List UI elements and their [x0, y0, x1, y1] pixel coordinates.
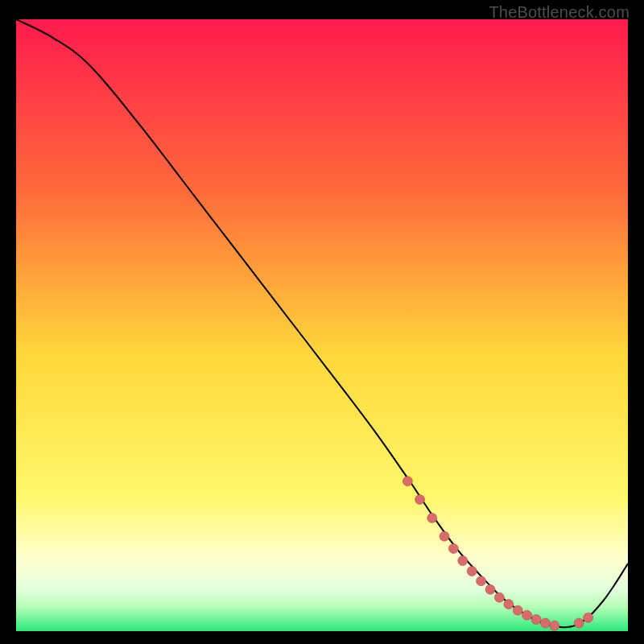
marker-dot	[485, 584, 495, 594]
marker-dot	[504, 600, 514, 609]
marker-dot	[540, 618, 550, 628]
marker-dot	[522, 610, 532, 620]
watermark-text: TheBottleneck.com	[489, 3, 630, 22]
marker-dot	[531, 615, 541, 625]
marker-dot	[513, 605, 522, 615]
marker-dot	[458, 556, 468, 566]
marker-dot	[427, 513, 437, 522]
chart-stage: TheBottleneck.com	[0, 0, 644, 644]
marker-dot	[584, 613, 593, 622]
marker-dot	[574, 618, 584, 628]
marker-dot	[467, 567, 477, 576]
plot-area	[16, 19, 628, 631]
marker-dot	[550, 621, 559, 630]
chart-svg	[16, 19, 628, 631]
marker-dot	[477, 576, 486, 586]
marker-dot	[440, 531, 449, 541]
gradient-background	[16, 19, 628, 631]
marker-dot	[402, 477, 412, 486]
marker-dot	[415, 495, 425, 505]
marker-dot	[494, 592, 504, 602]
marker-dot	[448, 543, 458, 553]
